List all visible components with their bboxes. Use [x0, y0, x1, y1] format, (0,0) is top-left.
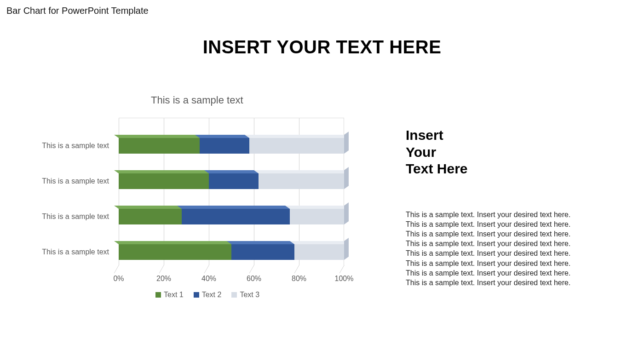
legend-swatch-icon [231, 292, 237, 298]
x-tick-label: 80% [292, 275, 306, 283]
x-tick-label: 60% [247, 275, 261, 283]
side-body: This is a sample text. Insert your desir… [406, 210, 570, 287]
legend-swatch-icon [194, 292, 199, 298]
body-line: This is a sample text. Insert your desir… [406, 259, 570, 268]
bar-segment-text2 [182, 209, 290, 224]
y-category-label: This is a sample text [17, 213, 109, 221]
grid-tick [159, 265, 164, 273]
body-line: This is a sample text. Insert your desir… [406, 229, 570, 239]
side-heading: Insert Your Text Here [406, 127, 468, 178]
side-heading-line: Text Here [406, 161, 468, 178]
bar-segment-text3 [249, 138, 344, 154]
y-category-label: This is a sample text [17, 248, 109, 256]
grid-tick [294, 265, 299, 273]
chart-title: This is a sample text [151, 94, 243, 106]
bar-segment-text2 [231, 244, 294, 260]
x-tick-label: 20% [156, 275, 171, 283]
bar-segment-text1 [119, 138, 200, 154]
x-tick-label: 0% [113, 275, 124, 283]
y-category-label: This is a sample text [17, 142, 109, 150]
body-line: This is a sample text. Insert your desir… [406, 248, 570, 258]
legend-label: Text 3 [240, 291, 259, 299]
legend-label: Text 1 [164, 291, 184, 299]
y-category-label: This is a sample text [17, 177, 109, 185]
chart-plot-area: 0% 20% 40% 60% 80% 100% This is a sample… [119, 118, 344, 265]
chart-legend: Text 1 Text 2 Text 3 [155, 291, 259, 299]
bar-segment-text3 [290, 209, 344, 224]
bar-segment-text2 [200, 138, 249, 154]
slide-title: INSERT YOUR TEXT HERE [0, 37, 644, 57]
legend-swatch-icon [155, 292, 161, 298]
bar-segment-text1 [119, 209, 182, 224]
side-heading-line: Your [406, 144, 468, 161]
legend-item: Text 1 [155, 291, 184, 299]
bar-segment-text1 [119, 173, 209, 189]
body-line: This is a sample text. Insert your desir… [406, 278, 570, 287]
side-heading-line: Insert [406, 127, 468, 144]
bar-segment-text3 [259, 173, 344, 189]
x-tick-label: 40% [201, 275, 216, 283]
grid-tick [249, 265, 254, 273]
body-line: This is a sample text. Insert your desir… [406, 219, 570, 229]
bar-segment-text3 [294, 244, 344, 260]
bar-segment-text1 [119, 244, 231, 260]
legend-item: Text 3 [231, 291, 259, 299]
legend-item: Text 2 [194, 291, 222, 299]
body-line: This is a sample text. Insert your desir… [406, 210, 570, 219]
bar-segment-text2 [209, 173, 259, 189]
x-tick-label: 100% [335, 275, 354, 283]
grid-tick [114, 265, 119, 273]
grid-tick [339, 265, 345, 273]
page-caption: Bar Chart for PowerPoint Template [6, 6, 149, 16]
body-line: This is a sample text. Insert your desir… [406, 268, 570, 278]
body-line: This is a sample text. Insert your desir… [406, 239, 570, 248]
legend-label: Text 2 [202, 291, 222, 299]
grid-tick [204, 265, 209, 273]
